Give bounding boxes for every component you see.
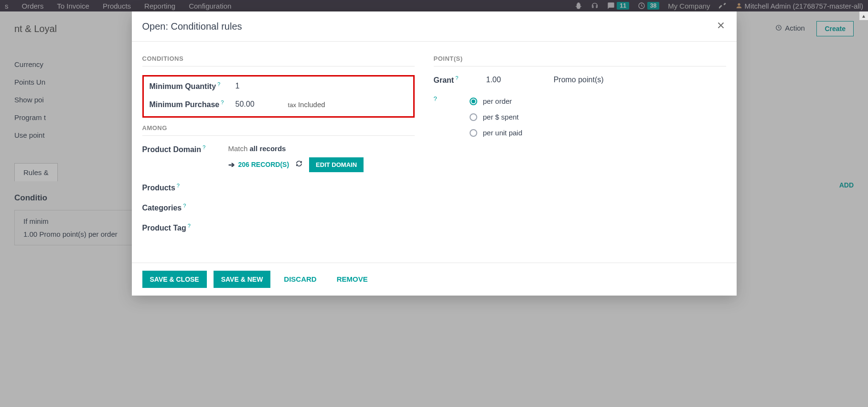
- modal-conditional-rules: Open: Conditional rules CONDITIONS Minim…: [132, 11, 737, 255]
- highlighted-conditions: Minimum Quantity? 1 Minimum Purchase? 50…: [142, 75, 415, 118]
- modal-col-left: CONDITIONS Minimum Quantity? 1 Minimum P…: [142, 55, 415, 243]
- grant-mode-radios: per order per $ spent per unit paid: [470, 97, 523, 137]
- field-categories: Categories?: [142, 203, 415, 212]
- help-icon[interactable]: ?: [188, 223, 191, 229]
- arrow-right-icon: ➔: [228, 160, 235, 169]
- tax-included-note[interactable]: taxIncluded: [288, 100, 325, 109]
- field-grant: Grant? 1.00 Promo point(s): [434, 75, 726, 85]
- categories-label: Categories?: [142, 203, 228, 212]
- records-link[interactable]: ➔ 206 RECORD(S): [228, 160, 289, 169]
- help-icon[interactable]: ?: [455, 75, 458, 81]
- help-icon[interactable]: ?: [217, 81, 220, 87]
- field-product-domain: Product Domain? Match all records ➔ 206 …: [142, 144, 415, 172]
- section-points: POINT(S): [434, 55, 726, 66]
- domain-match-text: Match all records: [228, 144, 364, 153]
- min-purchase-value[interactable]: 50.00: [236, 100, 255, 109]
- radio-per-unit[interactable]: per unit paid: [470, 129, 523, 137]
- close-icon[interactable]: [716, 20, 726, 33]
- help-icon[interactable]: ?: [221, 99, 224, 105]
- help-icon[interactable]: ?: [177, 183, 180, 188]
- radio-per-order[interactable]: per order: [470, 97, 523, 105]
- field-min-purchase: Minimum Purchase? 50.00 taxIncluded: [150, 99, 407, 109]
- refresh-icon[interactable]: [296, 160, 302, 169]
- radio-icon: [470, 113, 477, 121]
- help-icon[interactable]: ?: [434, 95, 437, 137]
- modal-body: CONDITIONS Minimum Quantity? 1 Minimum P…: [132, 42, 737, 255]
- grant-unit: Promo point(s): [554, 76, 604, 84]
- field-products: Products?: [142, 183, 415, 192]
- min-quantity-value[interactable]: 1: [236, 82, 240, 90]
- modal-col-right: POINT(S) Grant? 1.00 Promo point(s) ? pe…: [434, 55, 726, 243]
- field-min-quantity: Minimum Quantity? 1: [150, 81, 407, 91]
- section-conditions: CONDITIONS: [142, 55, 415, 66]
- radio-label: per $ spent: [483, 113, 519, 121]
- section-among: AMONG: [142, 124, 415, 136]
- grant-label: Grant?: [434, 75, 467, 85]
- radio-label: per unit paid: [483, 129, 523, 137]
- product-tag-label: Product Tag?: [142, 223, 228, 232]
- radio-icon: [470, 98, 477, 105]
- help-icon[interactable]: ?: [183, 203, 186, 209]
- edit-domain-button[interactable]: EDIT DOMAIN: [309, 157, 364, 172]
- radio-icon: [470, 129, 477, 137]
- min-quantity-label: Minimum Quantity?: [150, 81, 236, 91]
- scroll-up-icon[interactable]: ▲: [859, 11, 868, 20]
- radio-per-spent[interactable]: per $ spent: [470, 113, 523, 121]
- products-label: Products?: [142, 183, 228, 192]
- product-domain-label: Product Domain?: [142, 144, 228, 154]
- radio-label: per order: [483, 97, 512, 105]
- modal-header: Open: Conditional rules: [132, 11, 737, 42]
- min-purchase-label: Minimum Purchase?: [150, 99, 236, 109]
- grant-value[interactable]: 1.00: [486, 76, 501, 84]
- help-icon[interactable]: ?: [203, 144, 205, 150]
- field-product-tag: Product Tag?: [142, 223, 415, 232]
- modal-title: Open: Conditional rules: [142, 21, 242, 32]
